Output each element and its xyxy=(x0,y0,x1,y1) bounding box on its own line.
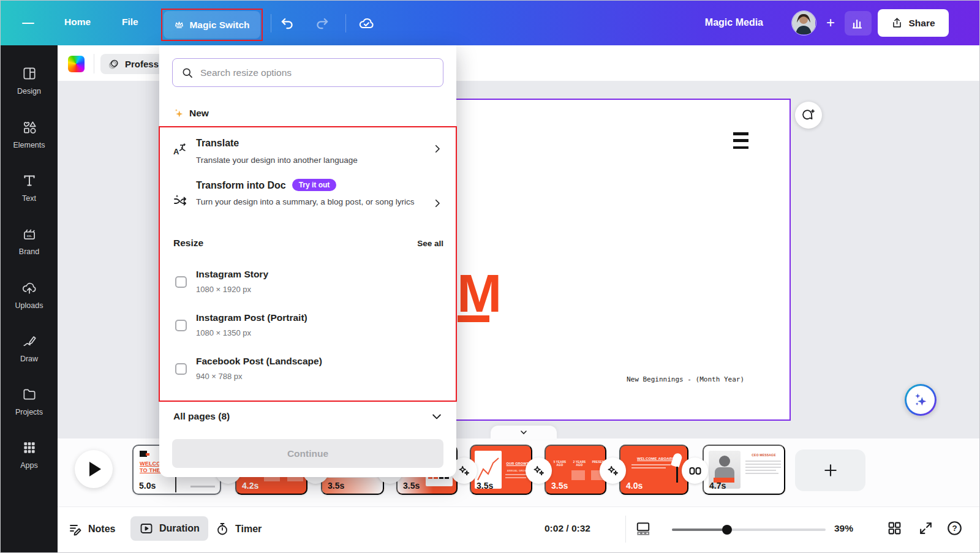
resize-section-header: Resize xyxy=(173,238,203,249)
caption-placeholder xyxy=(190,486,215,487)
menu-item-transform-into-doc[interactable]: Transform into DocTry it out Turn your d… xyxy=(159,175,456,231)
text-line xyxy=(745,461,781,462)
slide-caption-text[interactable]: New Beginnings - (Month Year) xyxy=(627,375,780,383)
text-block xyxy=(571,470,585,480)
menu-item-translate[interactable]: A Translate Translate your design into a… xyxy=(159,131,456,171)
resize-option-facebook-post-landscape[interactable]: Facebook Post (Landscape) 940 × 788 px xyxy=(159,350,456,389)
add-member-icon[interactable]: + xyxy=(826,14,835,31)
slide-hamburger-icon[interactable] xyxy=(733,132,748,149)
see-all-link[interactable]: See all xyxy=(417,239,443,248)
divider xyxy=(345,14,346,32)
sidebar-item-text[interactable]: Text xyxy=(1,167,58,208)
transition-button-5[interactable] xyxy=(526,457,552,484)
notes-button[interactable]: Notes xyxy=(68,522,115,536)
file-button[interactable]: File xyxy=(122,17,138,28)
divider xyxy=(625,516,626,543)
add-page-button[interactable] xyxy=(795,450,865,491)
text-line xyxy=(631,467,666,468)
page-thumbnail-6[interactable]: 5 YEARS AGO 2 YEARS AGO PRESENT 3.5s xyxy=(545,445,606,495)
checkbox[interactable] xyxy=(175,363,187,375)
apps-icon xyxy=(21,440,37,457)
magic-switch-button[interactable]: Magic Switch xyxy=(164,11,260,39)
chevron-down-icon xyxy=(519,427,529,437)
resize-option-instagram-post-portrait[interactable]: Instagram Post (Portrait) 1080 × 1350 px xyxy=(159,307,456,346)
sidebar-item-apps[interactable]: Apps xyxy=(1,434,58,475)
slide-letter-underline xyxy=(458,315,489,322)
checkbox[interactable] xyxy=(175,276,187,288)
uploads-icon xyxy=(21,280,37,298)
sidebar-item-projects[interactable]: Projects xyxy=(1,381,58,421)
bottom-bar: Notes Duration Timer 0:02 / 0:32 xyxy=(58,506,980,553)
projects-icon xyxy=(21,386,37,404)
lamp-illustration xyxy=(671,452,683,467)
plus-icon xyxy=(823,462,839,478)
home-button[interactable]: Home xyxy=(64,17,91,28)
share-button[interactable]: Share xyxy=(878,9,949,37)
sidebar-item-elements[interactable]: Elements xyxy=(1,114,58,154)
crown-icon xyxy=(174,20,184,30)
slide-big-letter[interactable]: M xyxy=(457,266,500,320)
redo-icon[interactable] xyxy=(314,15,330,31)
search-input[interactable] xyxy=(200,67,434,78)
text-line xyxy=(631,464,671,465)
elements-icon xyxy=(21,119,37,137)
help-icon[interactable]: ? xyxy=(946,519,963,539)
continue-button[interactable]: Continue xyxy=(172,439,443,468)
sparkles-icon xyxy=(912,391,929,408)
svg-text:co.: co. xyxy=(26,233,32,237)
transform-icon xyxy=(173,194,187,210)
background-color-swatch[interactable] xyxy=(68,56,85,72)
undo-icon[interactable] xyxy=(279,15,295,31)
canva-assistant-button[interactable] xyxy=(905,384,937,416)
insights-icon[interactable] xyxy=(845,11,872,36)
chevron-down-icon xyxy=(431,410,443,423)
sidebar-item-brand[interactable]: co. Brand xyxy=(1,220,58,261)
sidebar-item-design[interactable]: Design xyxy=(1,60,58,100)
timeline-collapse-tab[interactable] xyxy=(491,426,557,439)
grid-view-icon[interactable] xyxy=(635,521,651,538)
cloud-save-icon[interactable] xyxy=(358,15,375,32)
play-button[interactable] xyxy=(75,450,113,488)
zoom-slider-thumb[interactable] xyxy=(722,525,732,535)
svg-text:A: A xyxy=(173,147,179,156)
resize-search-box[interactable] xyxy=(172,58,443,87)
sidebar-item-uploads[interactable]: Uploads xyxy=(1,274,58,315)
page-thumbnail-7[interactable]: WELCOME ABOARD 4.0s xyxy=(619,445,688,495)
zoom-slider-fill xyxy=(672,529,727,531)
resize-option-instagram-story[interactable]: Instagram Story 1080 × 1920 px xyxy=(159,263,456,303)
add-comment-button[interactable] xyxy=(795,102,822,129)
brand-icon: co. xyxy=(21,226,37,244)
comment-plus-icon xyxy=(801,108,816,122)
avatar[interactable] xyxy=(791,10,816,36)
design-icon xyxy=(21,66,37,83)
page-thumbnail-5[interactable]: OUR GROWTH ANNUAL GROWTH 3.5s xyxy=(470,445,532,495)
lamp-pole xyxy=(676,467,678,483)
checkbox[interactable] xyxy=(175,320,187,331)
transition-button-6[interactable] xyxy=(600,457,626,484)
all-pages-selector[interactable]: All pages (8) xyxy=(173,411,443,422)
layers-icon xyxy=(108,58,120,70)
page-thumbnail-8[interactable]: CEO MESSAGE 4.7s xyxy=(703,445,785,495)
sidebar-item-draw[interactable]: Draw xyxy=(1,328,58,368)
fullscreen-icon[interactable] xyxy=(918,521,933,538)
duration-button[interactable]: Duration xyxy=(130,516,208,541)
divider xyxy=(271,14,271,32)
zoom-percentage: 39% xyxy=(834,523,853,534)
main-menu-icon[interactable] xyxy=(19,15,37,31)
chevron-right-icon xyxy=(432,198,443,211)
zoom-slider[interactable] xyxy=(672,528,826,532)
top-bar: Home File Magic Switch xyxy=(1,1,980,45)
share-icon xyxy=(891,17,903,29)
sidebar: Design Elements Text xyxy=(1,45,58,553)
chevron-right-icon xyxy=(432,143,443,156)
timer-icon xyxy=(215,522,230,536)
text-line xyxy=(745,464,781,465)
logo-accent xyxy=(146,453,149,456)
timer-button[interactable]: Timer xyxy=(215,522,262,536)
canva-editor-window: Home File Magic Switch xyxy=(0,0,980,553)
transition-button-none[interactable] xyxy=(682,457,708,484)
text-line xyxy=(745,470,776,471)
magic-media-label: Magic Media xyxy=(705,17,763,28)
new-section-header: New xyxy=(173,108,209,119)
pages-grid-icon[interactable] xyxy=(887,521,902,538)
